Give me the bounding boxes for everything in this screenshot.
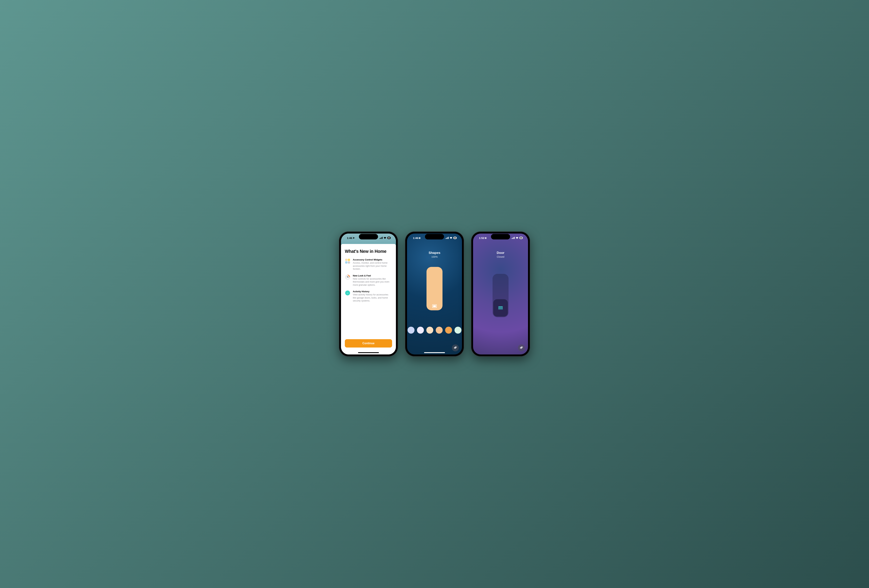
feature-title: Activity History [353, 290, 392, 293]
accessory-subtitle: Closed [497, 255, 504, 258]
dynamic-island [359, 234, 378, 240]
accessory-title: Door [497, 251, 504, 255]
color-swatch[interactable] [417, 327, 424, 333]
wifi-icon [384, 237, 386, 240]
color-swatch[interactable] [408, 327, 415, 333]
feature-desc: Access, monitor, and control home access… [353, 261, 392, 271]
svg-rect-8 [512, 238, 512, 239]
status-time: 1:52 [479, 237, 484, 240]
battery-indicator: 88 [519, 237, 523, 239]
door-slider[interactable] [492, 274, 509, 317]
svg-rect-10 [513, 237, 514, 239]
thermo-value: 70 [346, 275, 349, 279]
svg-rect-6 [447, 237, 448, 239]
battery-indicator: 88 [453, 237, 457, 239]
phone-frame-1: 1:46 ➤ 88 What's New in Home [339, 231, 398, 357]
color-swatch-row [407, 327, 462, 333]
svg-rect-11 [514, 237, 515, 239]
cellular-icon [512, 237, 515, 240]
home-indicator[interactable] [358, 352, 379, 353]
house-icon: ⌂ [345, 290, 350, 296]
feature-widgets: Accessory Control Widgets Access, monito… [345, 258, 392, 271]
feature-desc: New controls for accessories like thermo… [353, 277, 392, 287]
feature-activity: ⌂ Activity History View activity history… [345, 290, 392, 302]
thermostat-icon: 70 [345, 274, 350, 280]
accessory-subtitle: 100% [432, 255, 437, 258]
color-swatch[interactable] [436, 327, 443, 333]
feature-desc: View activity history for accessories li… [353, 293, 392, 302]
svg-rect-4 [446, 238, 446, 239]
battery-indicator: 88 [387, 237, 391, 239]
feature-look-feel: 70 New Look & Feel New controls for acce… [345, 274, 392, 287]
feature-title: Accessory Control Widgets [353, 258, 392, 261]
settings-button[interactable] [518, 344, 525, 351]
svg-rect-5 [446, 238, 447, 239]
svg-rect-0 [380, 238, 380, 239]
whats-new-sheet: What's New in Home Accessory Control Wid… [341, 244, 396, 354]
continue-button[interactable]: Continue [345, 339, 392, 348]
status-time: 1:46 [347, 237, 352, 240]
phone-frame-2: 1:46 ▤ 88 Shapes 100% [405, 231, 464, 357]
svg-rect-9 [513, 238, 513, 239]
color-swatch[interactable] [445, 327, 452, 333]
page-title: What's New in Home [345, 249, 392, 254]
color-swatch[interactable] [454, 327, 461, 333]
door-slider-handle[interactable] [493, 299, 508, 317]
svg-rect-1 [380, 238, 381, 239]
feature-title: New Look & Feel [353, 274, 392, 277]
cellular-icon [380, 237, 383, 240]
color-swatch[interactable] [426, 327, 433, 333]
settings-button[interactable] [452, 344, 459, 351]
lightbulb-icon [432, 304, 437, 308]
garage-door-icon [498, 307, 503, 310]
cellular-icon [446, 237, 449, 240]
svg-rect-2 [381, 237, 382, 239]
location-icon: ➤ [353, 236, 355, 240]
accessory-title: Shapes [429, 251, 440, 255]
status-time: 1:46 [413, 237, 418, 240]
wifi-icon [516, 237, 518, 240]
widgets-icon [345, 258, 350, 264]
gear-icon [520, 346, 523, 350]
home-indicator[interactable] [424, 352, 445, 353]
wifi-icon [449, 237, 452, 240]
brightness-slider[interactable] [427, 267, 442, 310]
svg-rect-3 [382, 237, 383, 239]
calendar-icon: ▤ [419, 237, 420, 239]
dynamic-island [425, 234, 444, 240]
dynamic-island [491, 234, 510, 240]
phone-frame-3: 1:52 ▤ 88 Door Closed [471, 231, 530, 357]
calendar-icon: ▤ [485, 237, 486, 239]
gear-icon [454, 346, 457, 350]
svg-rect-7 [448, 237, 449, 239]
